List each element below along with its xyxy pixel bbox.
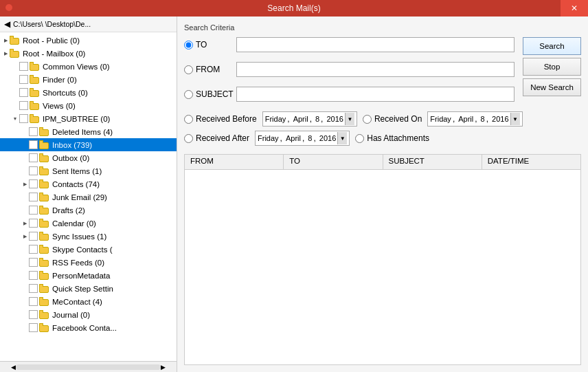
- tree-item-skype-contacts[interactable]: Skype Contacts (: [0, 243, 177, 256]
- stop-button[interactable]: Stop: [523, 58, 581, 76]
- tree-label: PersonMetadata: [52, 272, 110, 280]
- day-3: 8: [308, 134, 312, 142]
- tree-item-shortcuts[interactable]: Shortcuts (0): [0, 86, 177, 99]
- from-input[interactable]: [236, 62, 514, 77]
- scroll-right-btn[interactable]: ▶: [161, 364, 166, 371]
- tree-item-finder[interactable]: Finder (0): [0, 73, 177, 86]
- received-after-radio[interactable]: [184, 134, 193, 143]
- subject-radio-label[interactable]: SUBJECT: [184, 89, 232, 99]
- date-dropdown-3[interactable]: ▼: [337, 132, 347, 144]
- fields-column: TO FROM SUBJECT: [184, 37, 514, 107]
- folder-icon: [39, 258, 50, 267]
- tree-checkbox[interactable]: [29, 323, 38, 332]
- close-button[interactable]: ✕: [561, 0, 588, 17]
- tree-checkbox[interactable]: [29, 310, 38, 319]
- received-on-label[interactable]: Received On: [363, 114, 422, 124]
- tree-checkbox[interactable]: [29, 271, 38, 280]
- received-on-radio[interactable]: [363, 115, 372, 124]
- tree-checkbox[interactable]: [19, 101, 28, 110]
- tree-checkbox[interactable]: [29, 219, 38, 228]
- expand-icon[interactable]: ▶: [21, 234, 29, 239]
- expand-icon[interactable]: ▶: [21, 182, 29, 187]
- tree-checkbox[interactable]: [29, 206, 38, 215]
- tree-checkbox[interactable]: [29, 193, 38, 201]
- tree-label: Junk Email (29): [52, 193, 107, 201]
- tree-item-ipm-subtree[interactable]: ▼ IPM_SUBTREE (0): [0, 112, 177, 125]
- expand-icon[interactable]: ▶: [21, 221, 29, 226]
- right-panel: Search Criteria TO FROM: [177, 17, 588, 372]
- tree-item-person-metadata[interactable]: PersonMetadata: [0, 269, 177, 282]
- tree-item-sync-issues[interactable]: ▶ Sync Issues (1): [0, 230, 177, 243]
- search-criteria-label: Search Criteria: [184, 23, 581, 32]
- tree-item-inbox[interactable]: Inbox (739): [0, 138, 177, 151]
- tree-checkbox[interactable]: [29, 153, 38, 162]
- folder-icon: [39, 323, 50, 332]
- has-attachments-radio[interactable]: [355, 134, 364, 143]
- tree-checkbox[interactable]: [29, 245, 38, 254]
- tree-item-outbox[interactable]: Outbox (0): [0, 151, 177, 164]
- tree-label: Facebook Conta...: [52, 324, 117, 332]
- expand-icon[interactable]: ▶: [1, 51, 10, 56]
- tree-item-root-mailbox[interactable]: ▶ Root - Mailbox (0): [0, 47, 177, 60]
- from-radio-label[interactable]: FROM: [184, 65, 232, 74]
- folder-icon: [39, 127, 50, 136]
- tree-checkbox[interactable]: [19, 88, 28, 97]
- tree-item-views[interactable]: Views (0): [0, 99, 177, 112]
- path-text: C:\Users\ \Desktop\De...: [13, 20, 91, 28]
- to-input[interactable]: [236, 37, 514, 52]
- tree-container[interactable]: ▶ Root - Public (0)▶ Root - Mailbox (0) …: [0, 32, 177, 361]
- subject-input[interactable]: [236, 87, 514, 102]
- date-dropdown-2[interactable]: ▼: [510, 113, 520, 125]
- tree-checkbox[interactable]: [29, 258, 38, 267]
- tree-item-calendar[interactable]: ▶ Calendar (0): [0, 217, 177, 230]
- tree-item-root-public[interactable]: ▶ Root - Public (0): [0, 34, 177, 47]
- tree-item-rss-feeds[interactable]: RSS Feeds (0): [0, 256, 177, 269]
- tree-checkbox[interactable]: [19, 62, 28, 71]
- scroll-track: [16, 364, 161, 370]
- tree-checkbox[interactable]: [19, 75, 28, 84]
- expand-icon[interactable]: ▶: [1, 38, 10, 43]
- tree-item-facebook-contacts[interactable]: Facebook Conta...: [0, 321, 177, 334]
- tree-checkbox[interactable]: [19, 114, 28, 123]
- scroll-left-btn[interactable]: ◀: [11, 364, 16, 371]
- tree-checkbox[interactable]: [29, 284, 38, 293]
- tree-checkbox[interactable]: [29, 297, 38, 306]
- tree-item-common-views[interactable]: Common Views (0): [0, 60, 177, 73]
- tree-item-sent-items[interactable]: Sent Items (1): [0, 164, 177, 177]
- subject-radio[interactable]: [184, 90, 193, 99]
- tree-item-junk-email[interactable]: Junk Email (29): [0, 190, 177, 204]
- received-after-date[interactable]: Friday , April , 8 , 2016 ▼: [255, 131, 350, 146]
- date-dropdown-1[interactable]: ▼: [345, 113, 354, 125]
- nav-back-icon[interactable]: ◀: [4, 19, 10, 29]
- tree-item-contacts[interactable]: ▶ Contacts (74): [0, 177, 177, 190]
- day-1: 8: [315, 115, 319, 123]
- tree-checkbox[interactable]: [29, 127, 38, 136]
- received-before-label[interactable]: Received Before: [184, 114, 257, 124]
- search-button[interactable]: Search: [523, 37, 581, 55]
- tree-item-deleted-items[interactable]: Deleted Items (4): [0, 125, 177, 138]
- received-after-label[interactable]: Received After: [184, 133, 249, 143]
- to-radio[interactable]: [184, 41, 193, 50]
- tree-item-journal[interactable]: Journal (0): [0, 308, 177, 321]
- received-after-row: Received After Friday , April , 8 , 2016…: [184, 131, 581, 146]
- tree-label: Sent Items (1): [52, 167, 102, 175]
- new-search-button[interactable]: New Search: [523, 78, 581, 96]
- tree-item-drafts[interactable]: Drafts (2): [0, 204, 177, 217]
- tree-label: Deleted Items (4): [52, 128, 113, 136]
- col-to: TO: [284, 155, 383, 169]
- h-scrollbar[interactable]: ◀ ▶: [0, 361, 177, 372]
- from-radio[interactable]: [184, 65, 193, 74]
- tree-checkbox[interactable]: [29, 232, 38, 241]
- to-radio-label[interactable]: TO: [184, 40, 232, 50]
- received-before-date[interactable]: Friday , April , 8 , 2016 ▼: [262, 111, 357, 127]
- has-attachments-label[interactable]: Has Attachments: [355, 133, 429, 143]
- tree-checkbox[interactable]: [29, 140, 38, 149]
- folder-icon: [39, 271, 50, 280]
- expand-icon[interactable]: ▼: [11, 116, 19, 121]
- tree-item-quick-step[interactable]: Quick Step Settin: [0, 282, 177, 295]
- received-before-radio[interactable]: [184, 115, 193, 124]
- tree-checkbox[interactable]: [29, 179, 38, 188]
- received-on-date[interactable]: Friday , April , 8 , 2016 ▼: [427, 111, 522, 127]
- tree-checkbox[interactable]: [29, 166, 38, 175]
- tree-item-mecontact[interactable]: MeContact (4): [0, 295, 177, 308]
